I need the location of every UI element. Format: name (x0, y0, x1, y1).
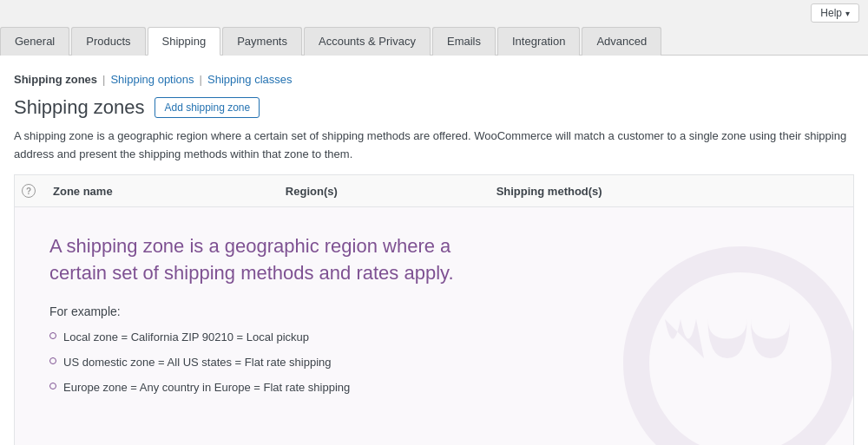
help-button[interactable]: Help (811, 3, 859, 23)
bullet-icon (49, 332, 56, 339)
zones-table: ? Zone name Region(s) Shipping method(s)… (14, 174, 854, 445)
list-item: US domestic zone = All US states = Flat … (49, 354, 819, 372)
tab-payments[interactable]: Payments (222, 27, 302, 56)
example-list: Local zone = California ZIP 90210 = Loca… (49, 329, 819, 396)
main-content: Shipping zones | Shipping options | Ship… (0, 56, 868, 445)
info-icon[interactable]: ? (22, 184, 36, 198)
example-item-3: Europe zone = Any country in Europe = Fl… (63, 379, 350, 397)
shipping-zones-subnav: Shipping zones | Shipping options | Ship… (14, 66, 854, 89)
tab-accounts-privacy[interactable]: Accounts & Privacy (304, 27, 431, 56)
list-item: Local zone = California ZIP 90210 = Loca… (49, 329, 819, 347)
tab-advanced[interactable]: Advanced (582, 27, 661, 56)
table-col-info: ? (15, 174, 43, 207)
table-header-row: ? Zone name Region(s) Shipping method(s) (15, 174, 854, 207)
table-col-region: Region(s) (275, 174, 486, 207)
tab-general[interactable]: General (0, 27, 69, 56)
add-shipping-zone-button[interactable]: Add shipping zone (155, 97, 260, 118)
table-empty-row: A shipping zone is a geographic region w… (15, 207, 854, 445)
subnav-link-shipping-options[interactable]: Shipping options (110, 73, 194, 86)
example-heading: For example: (49, 304, 819, 318)
page-title: Shipping zones (14, 96, 144, 119)
table-col-shipping-method: Shipping method(s) (486, 174, 854, 207)
subnav-title: Shipping zones (14, 73, 97, 86)
bullet-icon (49, 357, 56, 364)
example-item-2: US domestic zone = All US states = Flat … (63, 354, 332, 372)
subnav-sep1: | (102, 73, 105, 86)
tab-emails[interactable]: Emails (432, 27, 496, 56)
subnav-sep2: | (200, 73, 202, 86)
table-col-zone-name: Zone name (43, 174, 275, 207)
description-text: A shipping zone is a geographic region w… (14, 128, 854, 164)
subnav-link-shipping-classes[interactable]: Shipping classes (207, 73, 293, 86)
help-bar: Help (0, 0, 868, 26)
page-heading-row: Shipping zones Add shipping zone (14, 96, 854, 119)
tab-nav: General Products Shipping Payments Accou… (0, 26, 868, 56)
example-item-1: Local zone = California ZIP 90210 = Loca… (63, 329, 309, 347)
tab-products[interactable]: Products (71, 27, 145, 56)
bullet-icon (49, 383, 56, 389)
empty-state: A shipping zone is a geographic region w… (15, 207, 853, 445)
tab-integration[interactable]: Integration (497, 27, 580, 56)
tab-shipping[interactable]: Shipping (148, 27, 221, 56)
empty-state-heading: A shipping zone is a geographic region w… (49, 233, 483, 287)
list-item: Europe zone = Any country in Europe = Fl… (49, 379, 819, 397)
